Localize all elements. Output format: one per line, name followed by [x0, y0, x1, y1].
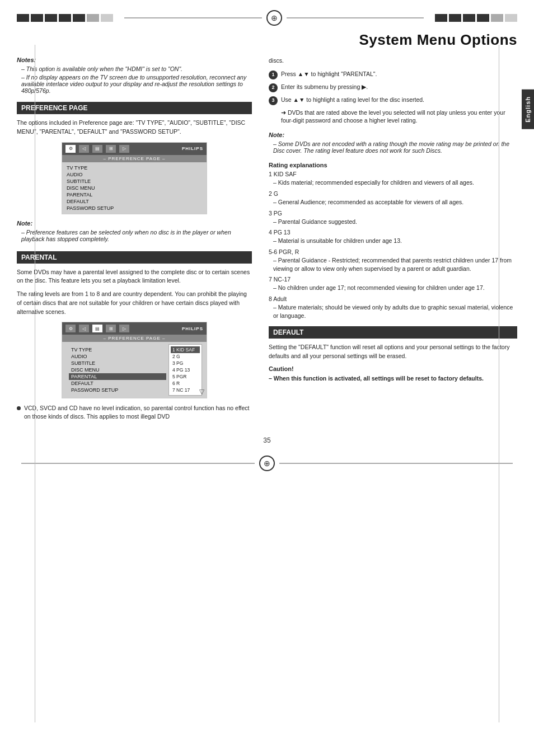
notes-title: Notes:: [17, 57, 252, 63]
menu-item: DEFAULT: [67, 198, 202, 205]
dropdown-right-col: 1 KID SAF 2 G 3 PG 4 PG 13 5 PGR 6 R 7 N…: [168, 344, 202, 396]
menu-item: AUDIO: [71, 353, 164, 360]
bullet-item: VCD, SVCD and CD have no level indicatio…: [17, 404, 252, 420]
menu-item: TV TYPE: [71, 346, 164, 353]
discs-text: discs.: [269, 57, 517, 65]
menu-item: PARENTAL: [67, 191, 202, 198]
rating-desc-5: – Parental Guidance - Restricted; recomm…: [269, 256, 517, 273]
note-line-2: – If no display appears on the TV screen…: [17, 74, 252, 94]
rating-heading: Rating explanations: [269, 162, 517, 168]
menu-item: AUDIO: [67, 171, 202, 178]
menu-item: SUBTITLE: [71, 360, 164, 367]
dropdown-item: 4 PG 13: [172, 367, 198, 373]
preference-note-text: – Preference features can be selected on…: [17, 229, 252, 242]
hblock: [59, 14, 71, 22]
rating-desc-8: – Mature materials; should be viewed onl…: [269, 303, 517, 320]
menu-icon-grid: ⊞: [106, 325, 116, 332]
menu-icon-list: ▤: [92, 325, 102, 332]
header-blocks-right: [435, 14, 517, 22]
menu-icon-back: ◁: [79, 325, 89, 332]
dropdown-item: 5 PGR: [172, 373, 198, 380]
parental-text1: Some DVDs may have a parental level assi…: [17, 268, 252, 286]
preference-heading: PREFERENCE PAGE: [17, 102, 252, 114]
philips-logo: PHILIPS: [182, 146, 203, 151]
note-line-1: – This option is available only when the…: [17, 65, 252, 72]
hblock: [31, 14, 43, 22]
right-note-text: – Some DVDs are not encoded with a ratin…: [269, 140, 517, 154]
hblock: [101, 14, 113, 22]
menu-items-list: TV TYPE AUDIO SUBTITLE DISC MENU PARENTA…: [62, 162, 207, 214]
menu-icon-play: ▷: [119, 325, 129, 332]
menu-label: – PREFERENCE PAGE –: [62, 335, 207, 342]
caution-label: Caution!: [269, 365, 517, 372]
caution-text: – When this function is activated, all s…: [269, 374, 517, 383]
hblock: [45, 14, 57, 22]
right-column: discs. 1 Press ▲▼ to highlight "PARENTAL…: [269, 57, 517, 425]
header-line-left: [124, 17, 262, 18]
left-column: Notes: – This option is available only w…: [17, 57, 252, 425]
bottom-circle: ⊕: [259, 456, 275, 471]
parental-menu-mockup: ⚙ ◁ ▤ ⊞ ▷ PHILIPS – PREFERENCE PAGE – TV…: [62, 322, 207, 398]
header-bar: ⊕: [0, 0, 534, 26]
parental-heading: PARENTAL: [17, 251, 252, 264]
right-note-block: Note: – Some DVDs are not encoded with a…: [269, 132, 517, 154]
rating-desc-4: – Material is unsuitable for children un…: [269, 237, 517, 245]
dropdown-item: 6 R: [172, 380, 198, 387]
page-number-bar: 35: [17, 436, 517, 456]
bottom-bar: ⊕: [0, 456, 534, 471]
rating-desc-2: – General Audience; recommended as accep…: [269, 198, 517, 206]
preference-note-block: Note: – Preference features can be selec…: [17, 220, 252, 242]
tip-block: ➜ DVDs that are rated above the level yo…: [281, 109, 517, 125]
header-line-right: [287, 17, 424, 18]
hblock: [477, 14, 489, 22]
default-text: Setting the "DEFAULT" function will rese…: [269, 343, 517, 361]
menu-item: TV TYPE: [67, 165, 202, 171]
step-number-3: 3: [269, 96, 278, 105]
rating-desc-1: – Kids material; recommended especially …: [269, 179, 517, 187]
menu-icon-settings: ⚙: [65, 145, 76, 153]
menu-label: – PREFERENCE PAGE –: [62, 155, 207, 162]
page-title-area: System Menu Options: [17, 31, 517, 49]
notes-block: Notes: – This option is available only w…: [17, 57, 252, 94]
step-1: 1 Press ▲▼ to highlight "PARENTAL".: [269, 70, 517, 79]
header-blocks-left: [17, 14, 113, 22]
menu-header: ⚙ ◁ ▤ ⊞ ▷ PHILIPS: [62, 143, 207, 155]
hblock: [435, 14, 447, 22]
bottom-line-right: [279, 463, 513, 464]
default-heading: DEFAULT: [269, 326, 517, 339]
dropdown-item: 3 PG: [172, 360, 198, 367]
menu-item-selected: PARENTAL: [69, 373, 166, 380]
menu-item: DEFAULT: [71, 380, 164, 387]
right-note-title: Note:: [269, 132, 517, 138]
bullet-dot: [17, 406, 21, 410]
dropdown-item: 2 G: [172, 353, 198, 360]
rating-item-7: 7 NC-17: [269, 276, 517, 283]
step-2-text: Enter its submenu by pressing ▶.: [281, 83, 368, 92]
preference-note-title: Note:: [17, 220, 252, 227]
step-3: 3 Use ▲▼ to highlight a rating level for…: [269, 96, 517, 105]
preference-menu-mockup: ⚙ ◁ ▤ ⊞ ▷ PHILIPS – PREFERENCE PAGE – TV…: [62, 142, 207, 214]
circle-logo: ⊕: [266, 10, 282, 26]
hblock: [505, 14, 517, 22]
menu-item: DISC MENU: [67, 185, 202, 191]
dropdown-item: 1 KID SAF: [171, 346, 200, 353]
rating-item-1: 1 KID SAF: [269, 171, 517, 177]
step-number-1: 1: [269, 71, 278, 79]
step-1-text: Press ▲▼ to highlight "PARENTAL".: [281, 70, 377, 79]
rating-item-3: 3 PG: [269, 210, 517, 217]
parental-text2: The rating levels are from 1 to 8 and ar…: [17, 290, 252, 316]
hblock: [73, 14, 85, 22]
menu-item: SUBTITLE: [67, 178, 202, 185]
rating-desc-7: – No children under age 17; not recommen…: [269, 284, 517, 292]
menu-icon-settings: ⚙: [65, 325, 76, 332]
step-3-text: Use ▲▼ to highlight a rating level for t…: [281, 96, 424, 105]
menu-icon-play: ▷: [119, 145, 129, 153]
rating-desc-3: – Parental Guidance suggested.: [269, 218, 517, 226]
scroll-arrow-icon: ▽: [199, 388, 204, 396]
bottom-line-left: [21, 463, 255, 464]
step-number-2: 2: [269, 83, 278, 92]
hblock: [17, 14, 29, 22]
dropdown-left-col: TV TYPE AUDIO SUBTITLE DISC MENU PARENTA…: [67, 344, 168, 396]
menu-icon-list: ▤: [92, 145, 102, 153]
menu-item: PASSWORD SETUP: [71, 387, 164, 393]
